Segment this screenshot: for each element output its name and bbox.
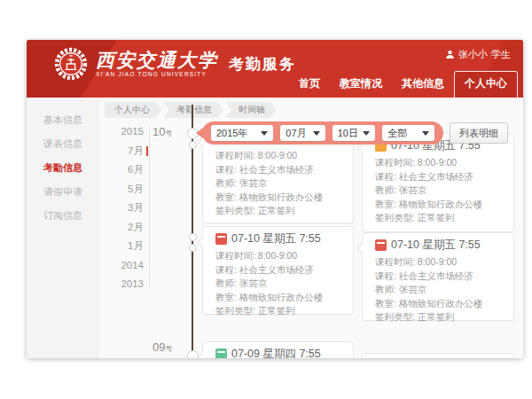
breadcrumb-attendance-info[interactable]: 考勤信息 <box>163 102 223 118</box>
course-time-field: 课程时间: 8:00-9:00 <box>375 255 505 270</box>
sign-type-field: 签到类型: 正常签到 <box>215 204 344 218</box>
sign-type-field: 签到类型: 正常签到 <box>215 304 344 318</box>
course-time-field: 课程时间: 8:00-9:00 <box>375 156 505 170</box>
year-2013[interactable]: 2013 <box>106 275 144 294</box>
sign-type-field: 签到类型: 正常签到 <box>375 310 505 325</box>
attendance-card: 07-10 星期五 7:55 课程时间: 8:00-9:00 课程: 社会主义市… <box>202 226 354 315</box>
sign-type-field: 签到类型: 正常签到 <box>375 211 505 225</box>
app-header: 西安交通大学 XI'AN JIAO TONG UNIVERSITY 考勤服务 张… <box>27 40 523 98</box>
card-date: 07-10 星期五 7:55 <box>391 238 481 253</box>
attendance-card-partial <box>362 353 514 358</box>
signin-status-icon <box>215 233 227 245</box>
date-filter-bar: 2015年 07月 10日 全部 <box>202 121 443 145</box>
room-field: 教室: 格物致知行政办公楼 <box>375 297 505 311</box>
course-time-field: 课程时间: 8:00-9:00 <box>215 149 344 163</box>
teacher-field: 教师: 张芸京 <box>375 283 505 297</box>
year-2014[interactable]: 2014 <box>106 256 144 276</box>
month-june[interactable]: 6月 <box>106 160 144 180</box>
day-select[interactable]: 10日 <box>332 125 376 141</box>
app-window: 西安交通大学 XI'AN JIAO TONG UNIVERSITY 考勤服务 张… <box>27 40 523 358</box>
nav-home[interactable]: 首页 <box>289 72 330 98</box>
attendance-card: 07-09 星期四 7:55 课程时间: 8:00-9:00 <box>202 341 354 358</box>
breadcrumb-timeline[interactable]: 时间轴 <box>225 102 277 118</box>
main-area: 个人中心 考勤信息 时间轴 2015 7月 6月 5月 3月 2月 1月 201… <box>99 98 523 358</box>
user-role: 学生 <box>491 48 511 61</box>
sidebar-item-leave-request[interactable]: 请假申请 <box>27 180 99 204</box>
teacher-field: 教师: 张芸京 <box>375 184 505 198</box>
chevron-down-icon <box>363 131 370 139</box>
month-select[interactable]: 07月 <box>280 125 325 141</box>
nav-classrooms[interactable]: 教室情况 <box>330 72 392 98</box>
course-time-field: 课程时间: 8:00-9:00 <box>215 249 344 263</box>
card-date: 07-10 星期五 7:55 <box>231 231 321 246</box>
sidebar-item-attendance-info[interactable]: 考勤信息 <box>27 156 99 180</box>
university-name-cn: 西安交通大学 <box>96 51 218 70</box>
day-label-09: 09号 <box>153 340 172 354</box>
room-field: 教室: 格物致知行政办公楼 <box>215 291 344 305</box>
nav-personal-center[interactable]: 个人中心 <box>454 71 518 98</box>
signin-status-icon <box>215 348 227 358</box>
university-brand: 西安交通大学 XI'AN JIAO TONG UNIVERSITY 考勤服务 <box>53 46 296 82</box>
breadcrumb-personal-center[interactable]: 个人中心 <box>105 102 161 118</box>
year-2015[interactable]: 2015 <box>106 122 144 142</box>
room-field: 教室: 格物致知行政办公楼 <box>215 191 344 205</box>
timeline-node <box>187 350 199 358</box>
timeline-node <box>189 141 197 149</box>
user-name: 张小小 <box>458 48 488 61</box>
timeline-node <box>189 244 197 252</box>
month-may[interactable]: 5月 <box>106 180 144 200</box>
nav-other-info[interactable]: 其他信息 <box>392 72 454 98</box>
sidebar-item-basic-info[interactable]: 基本信息 <box>27 108 99 132</box>
top-nav: 首页 教室情况 其他信息 个人中心 <box>289 71 518 98</box>
course-field: 课程: 社会主义市场经济 <box>215 163 344 177</box>
teacher-field: 教师: 张芸京 <box>215 277 344 291</box>
timeline-year-nav: 2015 7月 6月 5月 3月 2月 1月 2014 2013 <box>106 122 144 294</box>
sidebar-item-schedule-info[interactable]: 课表信息 <box>27 132 99 156</box>
user-info[interactable]: 张小小 学生 <box>445 48 511 61</box>
year-select[interactable]: 2015年 <box>211 125 273 141</box>
course-field: 课程: 社会主义市场经济 <box>375 170 505 184</box>
attendance-card: 07-10 星期五 7:55 课程时间: 8:00-9:00 课程: 社会主义市… <box>362 133 514 232</box>
chevron-down-icon <box>422 131 429 139</box>
card-date: 07-09 星期四 7:55 <box>231 347 321 358</box>
chevron-down-icon <box>313 131 320 139</box>
month-march[interactable]: 3月 <box>106 199 144 218</box>
year-nav-divider <box>149 126 150 291</box>
sidebar-item-subscription-info[interactable]: 订阅信息 <box>27 204 99 228</box>
month-january[interactable]: 1月 <box>106 237 144 256</box>
list-detail-button[interactable]: 列表明细 <box>450 122 508 144</box>
teacher-field: 教师: 张芸京 <box>215 176 344 191</box>
room-field: 教室: 格物致知行政办公楼 <box>375 198 505 212</box>
content-area: 基本信息 课表信息 考勤信息 请假申请 订阅信息 个人中心 考勤信息 时间轴 2… <box>27 98 523 358</box>
course-field: 课程: 社会主义市场经济 <box>215 263 344 278</box>
timeline-node <box>189 233 197 241</box>
university-name-en: XI'AN JIAO TONG UNIVERSITY <box>96 71 218 77</box>
university-logo-icon <box>53 46 89 82</box>
sidebar: 基本信息 课表信息 考勤信息 请假申请 订阅信息 <box>27 98 99 358</box>
course-field: 课程: 社会主义市场经济 <box>375 270 505 284</box>
current-month-marker <box>146 146 148 156</box>
person-icon <box>445 50 455 59</box>
attendance-card: 07-10 星期五 7:55 课程时间: 8:00-9:00 课程: 社会主义市… <box>362 232 514 321</box>
month-july[interactable]: 7月 <box>106 142 144 161</box>
scope-select[interactable]: 全部 <box>382 125 434 141</box>
app-title: 考勤服务 <box>229 54 296 74</box>
day-label-10: 10号 <box>153 125 172 138</box>
signin-status-icon <box>375 239 387 251</box>
month-february[interactable]: 2月 <box>106 218 144 238</box>
chevron-down-icon <box>261 131 268 139</box>
